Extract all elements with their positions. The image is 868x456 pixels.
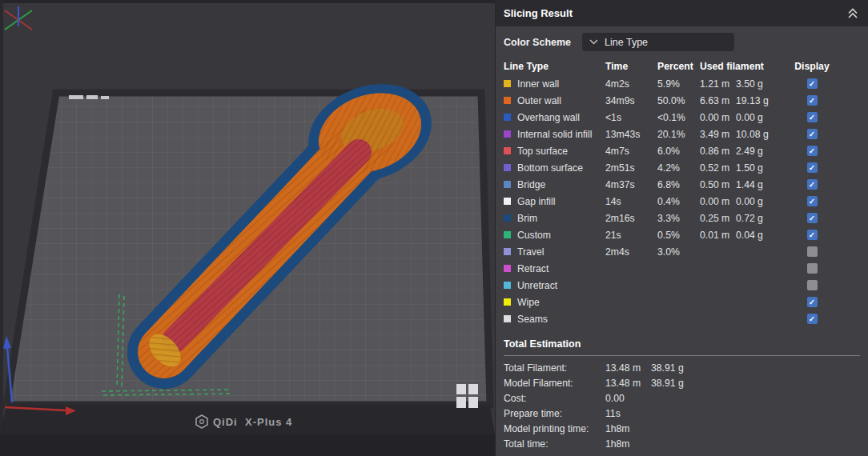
filament-length-value: 0.25 m [700, 213, 736, 224]
estimation-row: Total Filament: 13.48 m 38.91 g [504, 360, 860, 375]
time-value: 2m51s [605, 162, 657, 174]
collapse-panel-button[interactable] [847, 7, 858, 19]
total-estimation-body: Total Filament: 13.48 m 38.91 g Model Fi… [504, 360, 860, 451]
table-row: Custom 21s 0.5% 0.01 m 0.04 g ✓ [504, 226, 860, 243]
display-checkbox[interactable]: ✓ [807, 95, 818, 106]
line-type-label: Wipe [517, 297, 540, 308]
filament-weight-value: 0.00 g [736, 112, 784, 123]
line-type-swatch [504, 198, 511, 205]
window-edge-top [0, 0, 495, 3]
col-header-time: Time [605, 61, 657, 72]
percent-value: 0.4% [657, 196, 700, 207]
display-checkbox[interactable]: ✓ [807, 280, 818, 290]
filament-weight-value: 3.50 g [736, 78, 784, 90]
window-edge-left [0, 0, 3, 456]
divider [504, 355, 860, 356]
display-checkbox[interactable]: ✓ [807, 297, 818, 307]
line-type-table-header: Line Type Time Percent Used filament Dis… [504, 57, 860, 75]
estimation-row: Model Filament: 13.48 m 38.91 g [504, 375, 860, 390]
plate-base [0, 434, 495, 456]
time-value: 2m4s [605, 246, 657, 258]
table-row: Inner wall 4m2s 5.9% 1.21 m 3.50 g ✓ [504, 75, 860, 92]
table-row: Bottom surface 2m51s 4.2% 0.52 m 1.50 g … [504, 159, 860, 176]
estimation-label: Prepare time: [504, 408, 605, 419]
viewport-3d[interactable]: QiDi X-Plus 4 [0, 0, 495, 456]
table-row: Unretract ✓ [504, 277, 860, 294]
check-icon: ✓ [809, 315, 815, 323]
check-icon: ✓ [809, 130, 815, 138]
color-scheme-dropdown[interactable]: Line Type [582, 33, 734, 51]
line-type-swatch [504, 114, 511, 121]
filament-weight-value: 0.72 g [736, 213, 784, 224]
estimation-value-1: 0.00 [605, 393, 651, 404]
percent-value: <0.1% [657, 112, 700, 123]
total-estimation-title: Total Estimation [504, 338, 860, 350]
line-type-swatch [504, 147, 511, 154]
color-scheme-row: Color Scheme Line Type [496, 26, 868, 55]
display-checkbox[interactable]: ✓ [807, 129, 818, 139]
filament-weight-value: 0.04 g [736, 230, 784, 241]
display-checkbox[interactable]: ✓ [807, 246, 818, 257]
line-type-label: Inner wall [517, 78, 559, 90]
line-type-label: Bottom surface [517, 162, 583, 174]
display-checkbox[interactable]: ✓ [807, 146, 818, 156]
display-checkbox[interactable]: ✓ [807, 78, 818, 89]
table-row: Brim 2m16s 3.3% 0.25 m 0.72 g ✓ [504, 210, 860, 226]
table-row: Overhang wall <1s <0.1% 0.00 m 0.00 g ✓ [504, 109, 860, 126]
display-checkbox[interactable]: ✓ [807, 179, 818, 190]
check-icon: ✓ [809, 181, 815, 189]
display-checkbox[interactable]: ✓ [807, 162, 818, 173]
line-type-label: Retract [517, 263, 549, 274]
filament-length-value: 1.21 m [700, 78, 736, 90]
line-type-label: Outer wall [517, 95, 561, 106]
filament-weight-value: 1.44 g [736, 179, 784, 190]
color-scheme-label: Color Scheme [504, 37, 571, 48]
time-value: 14s [605, 196, 657, 207]
line-type-label: Brim [517, 213, 537, 224]
percent-value: 3.0% [657, 246, 700, 258]
table-row: Wipe ✓ [504, 294, 860, 310]
estimation-value-1: 11s [605, 408, 651, 419]
chevron-down-icon [589, 39, 598, 45]
viewport-scene[interactable]: QiDi X-Plus 4 [0, 0, 495, 456]
check-icon: ✓ [809, 214, 815, 222]
time-value: 34m9s [605, 95, 657, 106]
estimation-row: Cost: 0.00 [504, 390, 860, 406]
table-row: Internal solid infill 13m43s 20.1% 3.49 … [504, 126, 860, 142]
line-type-swatch [504, 265, 511, 272]
check-icon: ✓ [809, 198, 815, 206]
filament-length-value: 6.63 m [700, 95, 736, 106]
time-value: 4m2s [605, 78, 657, 90]
time-value: 4m7s [605, 146, 657, 157]
time-value: 13m43s [605, 129, 657, 140]
estimation-label: Cost: [504, 393, 605, 404]
line-type-swatch [504, 97, 511, 104]
display-checkbox[interactable]: ✓ [807, 196, 818, 206]
line-type-label: Custom [517, 230, 551, 241]
check-icon: ✓ [809, 114, 815, 122]
filament-weight-value: 19.13 g [736, 95, 784, 106]
display-checkbox[interactable]: ✓ [807, 230, 818, 240]
percent-value: 4.2% [657, 162, 700, 174]
col-header-line-type: Line Type [504, 61, 605, 72]
col-header-percent: Percent [657, 61, 700, 72]
check-icon: ✓ [809, 231, 815, 239]
display-checkbox[interactable]: ✓ [807, 213, 818, 223]
display-checkbox[interactable]: ✓ [807, 314, 818, 324]
estimation-value-2: 38.91 g [651, 378, 860, 389]
estimation-value-2: 38.91 g [651, 362, 860, 374]
plate-model-label: X-Plus 4 [245, 416, 292, 428]
check-icon: ✓ [809, 97, 815, 105]
slicing-result-panel: Slicing Result Color Scheme Line Type Li… [495, 0, 868, 456]
percent-value: 6.0% [657, 146, 700, 157]
display-checkbox[interactable]: ✓ [807, 263, 818, 274]
plate-brand-label: QiDi [213, 416, 238, 428]
filament-length-value: 0.00 m [700, 112, 736, 123]
table-row: Top surface 4m7s 6.0% 0.86 m 2.49 g ✓ [504, 142, 860, 159]
percent-value: 3.3% [657, 213, 700, 224]
filament-weight-value: 2.49 g [736, 146, 784, 157]
line-type-swatch [504, 130, 511, 138]
display-checkbox[interactable]: ✓ [807, 112, 818, 122]
time-value: 4m37s [605, 179, 657, 190]
color-scheme-value: Line Type [605, 37, 648, 48]
